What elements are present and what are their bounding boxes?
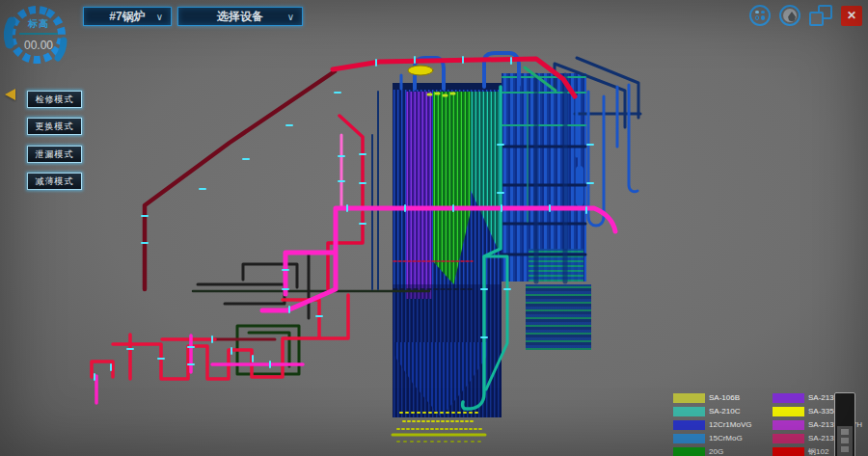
mode-button-replace[interactable]: 更换模式 (27, 118, 82, 135)
mode-button-leak[interactable]: 泄漏模式 (27, 146, 82, 163)
legend-item: SA-106B (673, 392, 769, 403)
boiler-select-value: #7锅炉 (109, 9, 145, 25)
legend-item: 20G (673, 446, 769, 456)
legend-item: 15CrMoG (673, 433, 769, 443)
close-button[interactable]: ✕ (841, 6, 862, 26)
home-icon (783, 9, 797, 22)
gauge-label: 标高 (0, 17, 77, 31)
gauge-ring-icon (0, 2, 77, 71)
legend-item: SA-210C (673, 406, 769, 416)
chevron-down-icon: ∨ (156, 12, 163, 22)
window-controls: ✕ (749, 5, 862, 26)
color-swatch (673, 434, 705, 443)
material-label: SA-106B (709, 393, 769, 402)
color-swatch (673, 420, 705, 430)
3d-viewport[interactable] (0, 0, 868, 456)
home-view-button[interactable] (779, 5, 800, 26)
elevation-gauge: 标高 00.00 (0, 2, 77, 71)
layout-grid-button[interactable] (749, 5, 771, 26)
boiler-piping-overlay (0, 0, 868, 456)
grid-icon (755, 11, 765, 20)
app-window: 标高 00.00 #7锅炉 ∨ 选择设备 ∨ ✕ 检修模式 更换模式 (0, 0, 868, 456)
legend-scrollbar[interactable] (834, 392, 855, 456)
legend-item: 12Cr1MoVG (673, 419, 769, 430)
legend-column-1: SA-106B SA-210C 12Cr1MoVG 15CrMoG 20G (673, 392, 769, 456)
gauge-divider (19, 33, 58, 35)
material-label: 12Cr1MoVG (709, 420, 769, 429)
color-swatch (773, 393, 804, 403)
color-swatch (673, 447, 705, 456)
mode-button-thinning[interactable]: 减薄模式 (27, 173, 82, 190)
close-icon: ✕ (847, 9, 856, 22)
device-select-value: 选择设备 (217, 9, 263, 25)
color-swatch (773, 420, 804, 430)
chevron-down-icon: ∨ (287, 12, 294, 22)
color-swatch (773, 434, 804, 443)
material-label: 20G (709, 447, 769, 456)
device-select-dropdown[interactable]: 选择设备 ∨ (177, 7, 303, 26)
boiler-select-dropdown[interactable]: #7锅炉 ∨ (83, 7, 172, 26)
gauge-value: 00.00 (0, 39, 77, 52)
color-swatch (773, 407, 804, 416)
color-swatch (773, 447, 804, 456)
mode-button-overhaul[interactable]: 检修模式 (27, 91, 82, 108)
windows-button[interactable] (809, 5, 832, 26)
legend-scrollbar-handle[interactable] (837, 426, 853, 456)
color-swatch (673, 393, 705, 403)
collapse-panel-arrow-icon[interactable] (5, 89, 15, 100)
material-label: SA-210C (709, 407, 769, 416)
color-swatch (673, 407, 705, 416)
material-label: 15CrMoG (709, 434, 769, 443)
